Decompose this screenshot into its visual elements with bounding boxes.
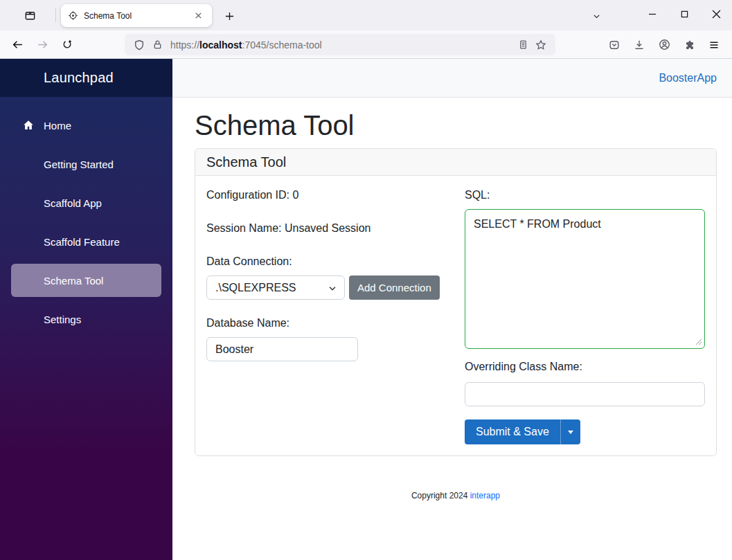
top-navbar: BoosterApp [172, 59, 732, 98]
sidebar-item-getting-started[interactable]: Getting Started [11, 147, 161, 181]
bookmark-star-icon[interactable] [532, 36, 550, 54]
main-area: BoosterApp Schema Tool Schema Tool Confi… [172, 59, 732, 560]
session-name-text: Session Name: Unsaved Session [206, 220, 453, 237]
configuration-id-text: Configuration ID: 0 [206, 187, 453, 204]
sidebar-title: Launchpad [44, 70, 114, 86]
interapp-link[interactable]: interapp [470, 491, 500, 500]
browser-tab-active[interactable]: Schema Tool [61, 4, 212, 27]
reader-view-icon[interactable] [514, 36, 532, 54]
web-content: Launchpad Home Getting Started Scaffold … [0, 59, 732, 560]
account-icon[interactable] [653, 34, 675, 55]
data-connection-select[interactable]: .\SQLEXPRESS [206, 276, 345, 300]
sidebar-item-label: Schema Tool [44, 275, 103, 287]
sidebar-item-label: Scaffold App [44, 197, 102, 209]
submit-save-dropdown-toggle[interactable] [560, 419, 580, 444]
sql-field-wrapper: SELECT * FROM Product [465, 209, 705, 349]
downloads-icon[interactable] [628, 34, 650, 55]
sidebar-item-scaffold-app[interactable]: Scaffold App [11, 186, 161, 219]
sidebar-item-scaffold-feature[interactable]: Scaffold Feature [11, 225, 161, 258]
overriding-class-label: Overriding Class Name: [465, 359, 705, 375]
data-connection-row: .\SQLEXPRESS Add Connection [206, 276, 453, 300]
page-body: Schema Tool Schema Tool Configuration ID… [172, 98, 732, 500]
chevron-down-icon [592, 12, 601, 21]
tab-title: Schema Tool [84, 11, 191, 21]
page-title: Schema Tool [195, 111, 717, 140]
browser-toolbar: https://localhost:7045/schema-tool [0, 30, 732, 59]
tab-separator [55, 8, 56, 22]
firefox-view-icon [24, 10, 36, 21]
new-tab-button[interactable] [220, 7, 238, 25]
submit-save-button[interactable]: Submit & Save [465, 419, 560, 444]
tracking-shield-icon[interactable] [130, 36, 148, 54]
card-left-column: Configuration ID: 0 Session Name: Unsave… [206, 187, 453, 444]
database-name-input[interactable] [206, 337, 358, 361]
url-text[interactable]: https://localhost:7045/schema-tool [170, 39, 514, 51]
page-footer: Copyright 2024 interapp [195, 491, 717, 500]
menu-hamburger-icon[interactable] [703, 34, 725, 55]
sidebar: Launchpad Home Getting Started Scaffold … [0, 59, 172, 560]
tab-close-icon[interactable] [191, 9, 205, 23]
overriding-class-input[interactable] [465, 382, 705, 406]
minimize-button[interactable] [636, 0, 668, 28]
database-name-label: Database Name: [206, 315, 453, 332]
back-button[interactable] [7, 34, 28, 55]
browser-window: Schema Tool [0, 0, 732, 560]
card-header: Schema Tool [195, 149, 716, 176]
sidebar-item-home[interactable]: Home [11, 109, 161, 142]
sidebar-item-settings[interactable]: Settings [11, 302, 161, 336]
sidebar-nav: Home Getting Started Scaffold App Scaffo… [0, 97, 172, 336]
sidebar-header: Launchpad [0, 59, 172, 97]
firefox-view-button[interactable] [19, 6, 40, 25]
copyright-text: Copyright 2024 [411, 491, 467, 500]
tab-favicon-target-icon [68, 10, 78, 21]
sidebar-item-label: Settings [44, 314, 81, 325]
window-controls [636, 0, 732, 28]
url-host: localhost [199, 39, 242, 51]
sql-textarea[interactable]: SELECT * FROM Product [465, 209, 705, 349]
lock-icon[interactable] [148, 36, 166, 54]
card-right-column: SQL: SELECT * FROM Product Overriding Cl… [465, 187, 705, 444]
list-all-tabs-button[interactable] [587, 7, 605, 25]
sidebar-item-schema-tool[interactable]: Schema Tool [11, 264, 161, 297]
browser-tab-bar: Schema Tool [0, 0, 732, 30]
data-connection-label: Data Connection: [206, 253, 453, 270]
boosterapp-link[interactable]: BoosterApp [659, 72, 717, 84]
sidebar-item-label: Scaffold Feature [44, 236, 120, 248]
toolbar-extensions-area [600, 34, 725, 55]
sidebar-item-label: Home [44, 120, 71, 132]
maximize-button[interactable] [668, 0, 700, 28]
card-body: Configuration ID: 0 Session Name: Unsave… [195, 176, 716, 455]
extensions-puzzle-icon[interactable] [678, 34, 700, 55]
add-connection-button[interactable]: Add Connection [349, 276, 440, 300]
reload-button[interactable] [57, 34, 78, 55]
url-scheme: https:// [170, 39, 199, 51]
forward-button[interactable] [32, 34, 53, 55]
pocket-icon[interactable] [603, 34, 625, 55]
caret-down-icon [568, 431, 573, 434]
url-path: :7045/schema-tool [242, 39, 322, 51]
data-connection-selected-value: .\SQLEXPRESS [215, 282, 296, 294]
sidebar-item-label: Getting Started [44, 159, 114, 170]
sql-label: SQL: [465, 187, 705, 204]
select-chevron-down-icon [328, 284, 337, 293]
close-window-button[interactable] [700, 0, 732, 28]
submit-save-split-button: Submit & Save [465, 419, 705, 444]
address-bar[interactable]: https://localhost:7045/schema-tool [125, 34, 555, 55]
home-icon [23, 120, 34, 131]
schema-tool-card: Schema Tool Configuration ID: 0 Session … [195, 148, 717, 456]
